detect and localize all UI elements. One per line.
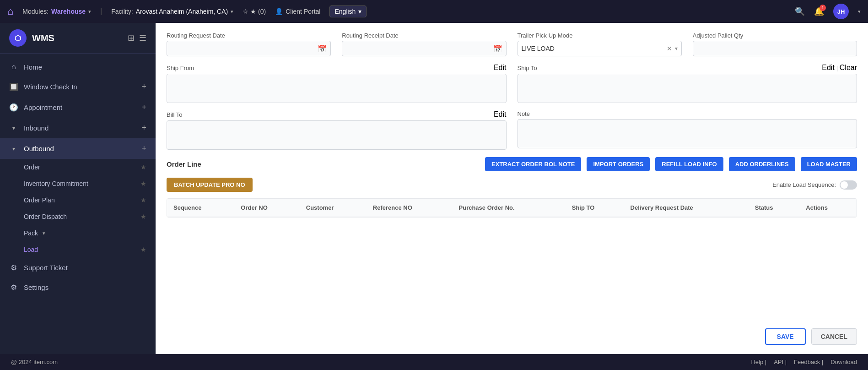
inbound-chevron-icon: ▾	[9, 125, 18, 131]
sidebar-item-pack[interactable]: Pack ▾	[0, 225, 156, 241]
favorites-count: ★ (0)	[250, 8, 266, 15]
col-actions: Actions	[799, 199, 857, 217]
ship-to-edit-link[interactable]: Edit	[822, 64, 835, 71]
sidebar-order-label: Order	[24, 163, 40, 171]
ship-to-clear-link[interactable]: Clear	[840, 64, 857, 71]
ship-to-textarea[interactable]	[518, 74, 857, 103]
sidebar-item-order[interactable]: Order ★	[0, 159, 156, 175]
form-row-routing: Routing Request Date 📅 Routing Receipt D…	[167, 32, 857, 56]
table-header-row: Sequence Order NO Customer Reference NO …	[167, 199, 857, 217]
footer-api-link[interactable]: API |	[774, 359, 787, 365]
language-selector[interactable]: English ▾	[329, 5, 367, 17]
footer-help-link[interactable]: Help |	[751, 359, 766, 365]
sidebar-item-order-plan[interactable]: Order Plan ★	[0, 192, 156, 208]
trailer-pickup-mode-label: Trailer Pick Up Mode	[518, 32, 682, 39]
outbound-chevron-icon: ▾	[9, 146, 18, 152]
home-icon[interactable]: ⌂	[7, 5, 13, 17]
outbound-add-icon[interactable]: +	[141, 144, 146, 153]
sidebar-item-window-check-in[interactable]: 🔲 Window Check In +	[0, 76, 156, 97]
user-dropdown-icon[interactable]: ▾	[858, 9, 861, 15]
order-dispatch-star-icon[interactable]: ★	[140, 213, 146, 220]
note-textarea[interactable]	[518, 119, 857, 148]
field-routing-receipt-date: Routing Receipt Date 📅	[342, 32, 506, 56]
col-sequence: Sequence	[167, 199, 234, 217]
import-orders-button[interactable]: IMPORT ORDERS	[587, 157, 650, 171]
bill-to-textarea[interactable]	[167, 120, 507, 150]
routing-receipt-date-input[interactable]	[346, 41, 493, 56]
footer-actions: SAVE CANCEL	[156, 319, 868, 354]
inbound-add-icon[interactable]: +	[141, 123, 146, 133]
appointment-add-icon[interactable]: +	[141, 103, 146, 112]
sidebar-item-appointment[interactable]: 🕐 Appointment +	[0, 97, 156, 118]
adjusted-pallet-qty-label: Adjusted Pallet Qty	[693, 32, 857, 39]
order-line-table: Sequence Order NO Customer Reference NO …	[167, 198, 857, 218]
bill-to-edit-link[interactable]: Edit	[494, 110, 507, 119]
trailer-pickup-mode-select[interactable]: LIVE LOAD ✕ ▾	[518, 41, 682, 56]
footer-feedback-link[interactable]: Feedback |	[794, 359, 823, 365]
window-checkin-icon: 🔲	[9, 82, 18, 91]
sidebar-item-settings[interactable]: ⚙ Settings	[0, 278, 156, 297]
favorites-icon: ☆	[243, 8, 248, 15]
sidebar-order-plan-label: Order Plan	[24, 196, 55, 204]
modules-dropdown-icon[interactable]: ▾	[88, 9, 91, 15]
notification-bell[interactable]: 🔔 1	[814, 6, 824, 16]
sidebar: ⬡ WMS ⊞ ☰ ⌂ Home 🔲 Window Check In + 🕐 A…	[0, 23, 156, 354]
batch-update-pro-no-button[interactable]: BATCH UPDATE PRO NO	[167, 178, 253, 192]
ship-from-edit-link[interactable]: Edit	[494, 64, 507, 72]
client-portal[interactable]: 👤 Client Portal	[275, 8, 320, 15]
user-avatar[interactable]: JH	[833, 4, 849, 19]
home-nav-icon: ⌂	[9, 63, 18, 71]
sidebar-logo: ⬡ WMS ⊞ ☰	[0, 23, 156, 54]
order-line-title: Order Line	[167, 160, 201, 168]
inventory-commitment-star-icon[interactable]: ★	[140, 180, 146, 187]
logo-text: WMS	[32, 33, 54, 44]
sidebar-load-label: Load	[24, 246, 38, 253]
routing-request-date-input[interactable]	[171, 41, 318, 56]
support-ticket-icon: ⚙	[9, 263, 18, 272]
sidebar-settings-label: Settings	[24, 283, 146, 291]
add-orderlines-button[interactable]: ADD ORDERLINES	[729, 157, 795, 171]
facility-dropdown-icon[interactable]: ▾	[231, 9, 233, 15]
search-icon[interactable]: 🔍	[795, 6, 805, 16]
load-master-button[interactable]: LOAD MASTER	[801, 157, 857, 171]
menu-icon[interactable]: ☰	[139, 33, 146, 43]
adjusted-pallet-qty-input[interactable]	[693, 41, 857, 56]
sidebar-support-ticket-label: Support Ticket	[24, 264, 146, 272]
modules-label: Modules:	[22, 8, 49, 15]
sidebar-item-order-dispatch[interactable]: Order Dispatch ★	[0, 208, 156, 225]
enable-load-sequence-toggle[interactable]	[840, 180, 857, 190]
order-plan-star-icon[interactable]: ★	[140, 196, 146, 204]
field-ship-to: Ship To Edit | Clear	[518, 64, 857, 103]
col-ship-to: Ship TO	[566, 199, 624, 217]
logo-initials: ⬡	[15, 34, 21, 43]
sidebar-item-support-ticket[interactable]: ⚙ Support Ticket	[0, 258, 156, 278]
col-status: Status	[749, 199, 800, 217]
cancel-button[interactable]: CANCEL	[811, 328, 857, 345]
sidebar-item-inventory-commitment[interactable]: Inventory Commitment ★	[0, 175, 156, 192]
extract-order-bol-note-button[interactable]: EXTRACT ORDER BOL NOTE	[485, 157, 582, 171]
appointment-icon: 🕐	[9, 103, 18, 112]
footer-links: Help | API | Feedback | Download	[751, 359, 857, 365]
form-row-bill-note: Bill To Edit Note	[167, 110, 857, 150]
refill-load-info-button[interactable]: REFILL LOAD INFO	[655, 157, 723, 171]
trailer-pickup-dropdown-icon[interactable]: ▾	[675, 45, 678, 52]
field-bill-to: Bill To Edit	[167, 110, 507, 150]
window-check-in-add-icon[interactable]: +	[141, 82, 146, 92]
load-star-icon[interactable]: ★	[140, 246, 146, 253]
client-portal-label: Client Portal	[286, 8, 320, 15]
sidebar-item-home[interactable]: ⌂ Home	[0, 57, 156, 76]
sidebar-item-inbound[interactable]: ▾ Inbound +	[0, 118, 156, 138]
routing-request-calendar-icon[interactable]: 📅	[318, 44, 327, 53]
sidebar-home-label: Home	[24, 63, 146, 71]
sidebar-item-load[interactable]: Load ★	[0, 241, 156, 258]
footer-download-link[interactable]: Download	[830, 359, 857, 365]
routing-receipt-calendar-icon[interactable]: 📅	[493, 44, 502, 53]
grid-icon[interactable]: ⊞	[128, 33, 135, 43]
order-star-icon[interactable]: ★	[140, 163, 146, 171]
top-nav: ⌂ Modules: Warehouse ▾ | Facility: Arova…	[0, 0, 868, 23]
favorites-section[interactable]: ☆ ★ (0)	[243, 8, 266, 15]
ship-from-textarea[interactable]	[167, 74, 507, 103]
save-button[interactable]: SAVE	[765, 328, 806, 345]
trailer-pickup-clear-icon[interactable]: ✕	[667, 45, 672, 52]
sidebar-item-outbound[interactable]: ▾ Outbound +	[0, 138, 156, 159]
